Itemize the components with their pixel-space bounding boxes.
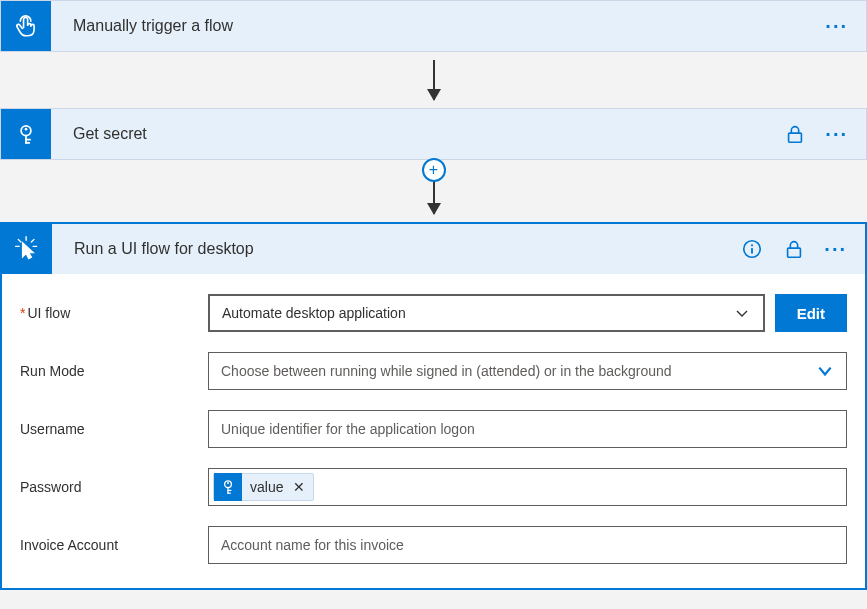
password-input[interactable]: value ✕: [208, 468, 847, 506]
svg-point-9: [751, 244, 753, 246]
get-secret-header[interactable]: Get secret ···: [1, 109, 866, 159]
field-ui-flow: *UI flow Automate desktop application Ed…: [20, 294, 847, 332]
lock-icon[interactable]: [782, 237, 806, 261]
get-secret-card[interactable]: Get secret ···: [0, 108, 867, 160]
key-icon: [1, 109, 51, 159]
username-input[interactable]: Unique identifier for the application lo…: [208, 410, 847, 448]
ui-flow-label: *UI flow: [20, 305, 208, 321]
connector-arrow: [0, 52, 867, 108]
ui-flow-select[interactable]: Automate desktop application: [208, 294, 765, 332]
svg-point-0: [21, 126, 31, 136]
get-secret-title: Get secret: [51, 125, 783, 143]
run-ui-flow-header[interactable]: Run a UI flow for desktop: [2, 224, 865, 274]
trigger-header[interactable]: Manually trigger a flow ···: [1, 1, 866, 51]
edit-button[interactable]: Edit: [775, 294, 847, 332]
trigger-card[interactable]: Manually trigger a flow ···: [0, 0, 867, 52]
trigger-title: Manually trigger a flow: [51, 17, 825, 35]
svg-point-12: [225, 481, 232, 488]
field-username: Username Unique identifier for the appli…: [20, 410, 847, 448]
run-ui-flow-card: Run a UI flow for desktop: [0, 222, 867, 590]
chevron-down-icon: [816, 362, 834, 380]
invoice-account-label: Invoice Account: [20, 537, 208, 553]
password-label: Password: [20, 479, 208, 495]
lock-icon[interactable]: [783, 122, 807, 146]
svg-rect-10: [751, 248, 753, 254]
info-icon[interactable]: [740, 237, 764, 261]
username-placeholder: Unique identifier for the application lo…: [221, 421, 475, 437]
run-ui-flow-title: Run a UI flow for desktop: [52, 240, 740, 258]
get-secret-menu-button[interactable]: ···: [825, 124, 848, 144]
key-icon: [214, 473, 242, 501]
run-ui-flow-body: *UI flow Automate desktop application Ed…: [2, 274, 865, 588]
chevron-down-icon: [733, 304, 751, 322]
field-invoice-account: Invoice Account Account name for this in…: [20, 526, 847, 564]
username-label: Username: [20, 421, 208, 437]
svg-line-4: [18, 239, 21, 242]
password-token[interactable]: value ✕: [213, 473, 314, 501]
svg-rect-2: [789, 133, 802, 142]
tap-icon: [1, 1, 51, 51]
invoice-account-input[interactable]: Account name for this invoice: [208, 526, 847, 564]
add-step-button[interactable]: +: [422, 158, 446, 182]
run-mode-label: Run Mode: [20, 363, 208, 379]
svg-rect-11: [788, 248, 801, 257]
cursor-icon: [2, 224, 52, 274]
ui-flow-value: Automate desktop application: [222, 305, 733, 321]
remove-token-button[interactable]: ✕: [291, 479, 313, 495]
run-ui-flow-menu-button[interactable]: ···: [824, 239, 847, 259]
invoice-account-placeholder: Account name for this invoice: [221, 537, 404, 553]
run-mode-placeholder: Choose between running while signed in (…: [221, 363, 816, 379]
svg-point-1: [25, 128, 28, 131]
field-password: Password: [20, 468, 847, 506]
connector-arrow-add: +: [0, 160, 867, 222]
trigger-menu-button[interactable]: ···: [825, 16, 848, 36]
field-run-mode: Run Mode Choose between running while si…: [20, 352, 847, 390]
svg-line-5: [31, 239, 34, 242]
password-token-label: value: [242, 479, 291, 495]
run-mode-select[interactable]: Choose between running while signed in (…: [208, 352, 847, 390]
svg-point-13: [227, 482, 229, 484]
